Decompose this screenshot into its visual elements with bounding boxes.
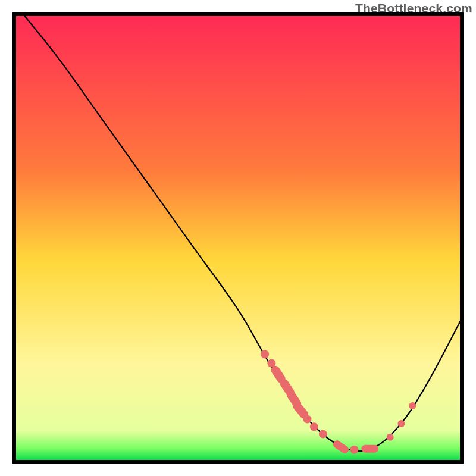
curve-marker: [361, 445, 378, 453]
curve-marker: [319, 430, 327, 438]
plot-background: [14, 14, 462, 462]
curve-marker: [303, 415, 312, 424]
chart-container: TheBottleneck.com: [0, 0, 476, 476]
curve-marker: [261, 350, 269, 359]
curve-marker: [397, 420, 405, 427]
watermark-text: TheBottleneck.com: [355, 1, 472, 15]
curve-marker: [409, 402, 416, 409]
curve-marker: [350, 446, 359, 454]
curve-marker: [310, 422, 318, 431]
bottleneck-curve-chart: [0, 0, 476, 476]
curve-marker: [387, 434, 394, 441]
